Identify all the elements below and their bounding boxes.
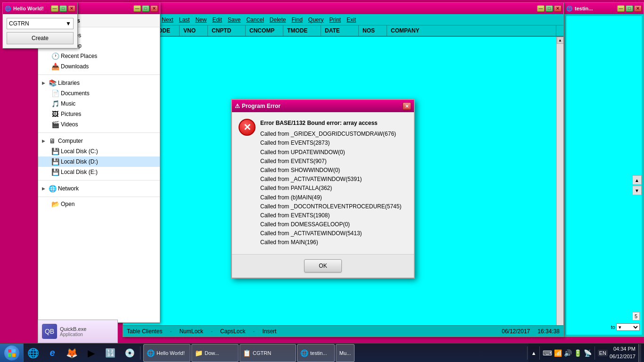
tray-sep bbox=[539, 346, 540, 360]
nav-up-btn[interactable]: ▲ bbox=[632, 175, 642, 185]
music-icon: 🎵 bbox=[51, 100, 59, 107]
menu-next[interactable]: Next bbox=[159, 16, 176, 24]
libraries-header[interactable]: ▶ 📚 Libraries bbox=[38, 78, 160, 88]
col-tmode: TMODE bbox=[283, 25, 321, 36]
dropdown-value: CGTRN bbox=[9, 20, 29, 27]
task-cgtrn-icon: 📋 bbox=[243, 349, 251, 357]
goto-select[interactable]: ▾ bbox=[616, 323, 640, 331]
menu-last[interactable]: Last bbox=[176, 16, 193, 24]
error-close-button[interactable]: ✕ bbox=[403, 102, 411, 110]
nav-local-c[interactable]: 💾 Local Disk (C:) bbox=[38, 146, 160, 156]
taskbar-cgtrn-task[interactable]: 📋 CGTRN bbox=[239, 344, 296, 362]
show-desktop-button[interactable] bbox=[638, 344, 641, 362]
menu-delete[interactable]: Delete bbox=[267, 16, 289, 24]
nav-downloads[interactable]: 📥 Downloads bbox=[38, 61, 160, 72]
menu-edit[interactable]: Edit bbox=[209, 16, 225, 24]
stack-line-4: Called from EVENTS(907) bbox=[260, 157, 407, 166]
calc-icon: 🔢 bbox=[105, 348, 116, 358]
taskbar-downloads-task[interactable]: 📁 Dow... bbox=[191, 344, 239, 362]
quickb-text: QuickB.exe Application bbox=[60, 326, 86, 337]
quickb-type: Application bbox=[60, 332, 86, 337]
taskbar-ie[interactable]: e bbox=[43, 344, 62, 362]
network-header[interactable]: ▶ 🌐 Network bbox=[38, 183, 160, 194]
cgtrn-dropdown[interactable]: CGTRN ▼ bbox=[7, 18, 74, 29]
hello-world-title-left: 🌐 Hello World! bbox=[5, 6, 44, 12]
taskbar-calc[interactable]: 🔢 bbox=[101, 344, 120, 362]
desktop: 🌐 Hello World! — □ ✕ CGTRN ▼ Create 📁 Do bbox=[0, 0, 644, 362]
nav-pictures[interactable]: 🖼 Pictures bbox=[38, 109, 160, 119]
expand-tray-icon[interactable]: ▲ bbox=[531, 350, 537, 356]
right-panel-titlebar: 🌐 testin... — □ ✕ bbox=[564, 3, 644, 14]
dropdown-arrow: ▼ bbox=[66, 20, 71, 27]
right-panel-nav: ▲ ▼ bbox=[632, 175, 642, 195]
stack-line-9: Called from _DOCONTROLEVENTPROCEDURE(574… bbox=[260, 202, 407, 211]
nav-down-btn[interactable]: ▼ bbox=[632, 186, 642, 195]
right-panel-title: testin... bbox=[575, 6, 593, 11]
right-panel-maximize[interactable]: □ bbox=[626, 5, 633, 12]
network-tray-icon: 📶 bbox=[554, 349, 562, 357]
menu-find[interactable]: Find bbox=[289, 16, 305, 24]
task-hw-label: Hello World! bbox=[157, 350, 185, 356]
cgtrn-scrollbar[interactable]: ▲ ▼ bbox=[556, 37, 563, 335]
nav-music[interactable]: 🎵 Music bbox=[38, 99, 160, 109]
nav-local-e[interactable]: 💾 Local Disk (E:) bbox=[38, 167, 160, 177]
taskbar-multiwindow-task[interactable]: Mu... bbox=[336, 344, 355, 362]
explorer-close[interactable]: ✕ bbox=[150, 5, 158, 12]
cgtrn-minimize[interactable]: — bbox=[537, 5, 545, 12]
hello-world-icon: 🌐 bbox=[5, 6, 11, 12]
divider-1 bbox=[38, 74, 160, 75]
stack-line-6: Called from _ACTIVATEWINDOW(5391) bbox=[260, 175, 407, 184]
taskbar-testing-task[interactable]: 🌐 testin... bbox=[297, 344, 335, 362]
taskbar-hello-world-task[interactable]: 🌐 Hello World! bbox=[143, 344, 190, 362]
windows-logo-icon bbox=[8, 349, 16, 357]
menu-query[interactable]: Query bbox=[305, 16, 327, 24]
explorer-maximize[interactable]: □ bbox=[142, 5, 149, 12]
menu-new[interactable]: New bbox=[192, 16, 209, 24]
start-button[interactable] bbox=[0, 344, 24, 362]
menu-print[interactable]: Print bbox=[327, 16, 344, 24]
explorer-minimize[interactable]: — bbox=[133, 5, 141, 12]
right-panel-controls: — □ ✕ bbox=[617, 5, 642, 12]
cgtrn-close[interactable]: ✕ bbox=[554, 5, 561, 12]
libraries-section: ▶ 📚 Libraries 📄 Documents 🎵 Music 🖼 Pict… bbox=[38, 77, 160, 131]
ok-button[interactable]: OK bbox=[304, 259, 342, 272]
nav-open[interactable]: 📂 Open bbox=[38, 199, 160, 209]
task-dl-label: Dow... bbox=[205, 350, 219, 356]
right-panel-close[interactable]: ✕ bbox=[634, 5, 642, 12]
menu-exit[interactable]: Exit bbox=[344, 16, 359, 24]
signal-icon: 📡 bbox=[584, 349, 592, 357]
right-panel-minimize[interactable]: — bbox=[617, 5, 625, 12]
notification-area: ▲ ⌨ 📶 🔊 🔋 📡 EN 04:34 PM 06/12/2017 bbox=[528, 344, 644, 362]
computer-arrow: ▶ bbox=[42, 139, 47, 143]
task-test-label: testin... bbox=[310, 350, 327, 356]
create-button[interactable]: Create bbox=[7, 32, 74, 44]
quickb-icon: QB bbox=[42, 324, 57, 339]
hello-world-close[interactable]: ✕ bbox=[68, 5, 75, 12]
scroll-up-arrow[interactable]: ▲ bbox=[557, 37, 564, 44]
taskbar-cd[interactable]: 💿 bbox=[120, 344, 139, 362]
ie-icon: e bbox=[50, 347, 55, 358]
menu-save[interactable]: Save bbox=[225, 16, 243, 24]
open-icon: 📂 bbox=[51, 200, 59, 208]
computer-header[interactable]: ▶ 🖥 Computer bbox=[38, 136, 160, 146]
media-icon: ▶ bbox=[88, 347, 95, 359]
pictures-icon: 🖼 bbox=[51, 110, 59, 118]
task-cgtrn-label: CGTRN bbox=[253, 350, 271, 356]
hello-world-minimize[interactable]: — bbox=[51, 5, 58, 12]
nav-documents[interactable]: 📄 Documents bbox=[38, 88, 160, 99]
nav-recent-places[interactable]: 🕐 Recent Places bbox=[38, 51, 160, 61]
keyboard-icon: ⌨ bbox=[543, 349, 552, 357]
taskbar-firefox[interactable]: 🦊 bbox=[62, 344, 81, 362]
nav-videos[interactable]: 🎬 Videos bbox=[38, 119, 160, 130]
taskbar-chrome[interactable]: 🌐 bbox=[24, 344, 42, 362]
cgtrn-maximize[interactable]: □ bbox=[545, 5, 553, 12]
network-icon: 🌐 bbox=[49, 185, 56, 192]
firefox-icon: 🦊 bbox=[66, 347, 78, 359]
task-dl-icon: 📁 bbox=[195, 349, 203, 357]
pictures-label: Pictures bbox=[61, 111, 81, 117]
hello-world-maximize[interactable]: □ bbox=[59, 5, 67, 12]
taskbar-media[interactable]: ▶ bbox=[82, 344, 100, 362]
computer-icon: 🖥 bbox=[49, 137, 56, 145]
menu-cancel[interactable]: Cancel bbox=[243, 16, 266, 24]
nav-local-d[interactable]: 💾 Local Disk (D:) bbox=[38, 156, 160, 167]
